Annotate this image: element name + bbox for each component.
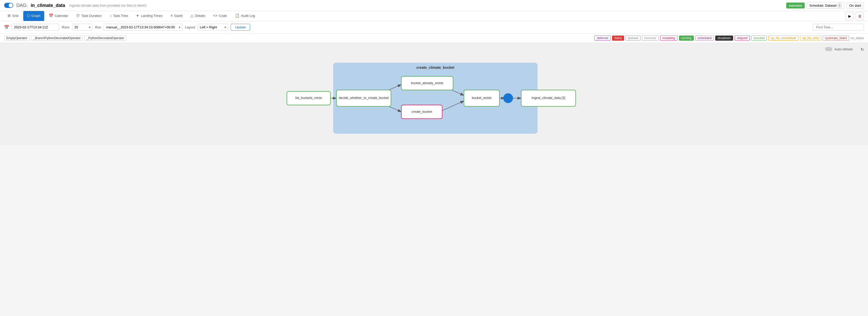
play-button[interactable]: ▶ (845, 12, 854, 20)
refresh-icon[interactable]: ↻ (861, 47, 864, 52)
run-label: Run (95, 25, 101, 29)
find-task-input[interactable] (813, 24, 864, 31)
toolbar: 📅 Runs 25 Run manual__2023-02-17T13:34:1… (0, 21, 868, 33)
node-ingest-climate-data-label: ingest_climate_data [2] (532, 96, 565, 100)
status-scheduled[interactable]: scheduled (695, 35, 714, 41)
grid-icon: ⊞ (8, 13, 11, 18)
header: DAG: in_climate_data Ingests climate dat… (0, 0, 868, 11)
tabs: ⊞ Grid ⬡ Graph 📅 Calendar ⏱ Task Duratio… (0, 11, 868, 21)
dag-toggle[interactable] (4, 3, 13, 8)
auto-refresh-control: Auto-refresh (825, 47, 853, 51)
operator-branch[interactable]: _BranchPythonDecoratedOperator (31, 35, 83, 41)
update-button[interactable]: Update (231, 24, 250, 31)
run-select[interactable]: manual__2023-02-17T13:34:10.608647+00:00 (104, 24, 182, 31)
status-deferred[interactable]: deferred (594, 35, 611, 41)
info-icon[interactable]: ℹ (838, 3, 842, 7)
tab-grid-label: Grid (12, 14, 19, 18)
dag-description: Ingests climate data from provided csv f… (69, 4, 147, 7)
details-icon: △ (191, 13, 193, 18)
tab-audit-log-label: Audit Log (241, 14, 255, 18)
status-queued[interactable]: queued (626, 35, 641, 41)
header-right: success Schedule: Dataset ℹ On start (786, 2, 864, 9)
status-badge: success (786, 3, 804, 8)
tab-audit-log[interactable]: 📋 Audit Log (231, 11, 258, 21)
group-label: create_climate_bucket (416, 65, 455, 69)
tab-task-tries[interactable]: ↕ Task Tries (106, 11, 132, 21)
status-removed[interactable]: removed (642, 35, 658, 41)
tab-code-label: Code (219, 14, 227, 18)
status-up-retry[interactable]: up_for_retry (800, 35, 821, 41)
status-shutdown[interactable]: shutdown (715, 35, 733, 41)
tab-gantt[interactable]: ≡ Gantt (167, 11, 186, 21)
tab-code[interactable]: <> Code (210, 11, 230, 21)
status-upstream-failed[interactable]: upstream_failed (823, 35, 849, 41)
task-duration-icon: ⏱ (76, 13, 80, 18)
runs-select-wrapper: 25 (72, 24, 92, 31)
status-restarting[interactable]: restarting (660, 35, 677, 41)
code-icon: <> (213, 13, 217, 18)
calendar-icon: 📅 (4, 25, 9, 30)
tab-details[interactable]: △ Details (187, 11, 209, 21)
graph-icon: ⬡ (27, 13, 30, 18)
node-join-circle (503, 93, 513, 103)
tab-grid[interactable]: ⊞ Grid (4, 11, 22, 21)
tab-gantt-label: Gantt (174, 14, 182, 18)
node-bucket-already-exists-label: bucket_already_exists (411, 81, 443, 85)
tab-calendar-label: Calendar (55, 14, 68, 18)
dag-graph: create_climate_bucket list_buckets_minio… (4, 57, 864, 140)
gantt-icon: ≡ (170, 13, 173, 18)
tab-calendar[interactable]: 📅 Calendar (45, 11, 72, 21)
status-skipped[interactable]: skipped (735, 35, 750, 41)
layout-label: Layout (185, 25, 195, 29)
node-decide-bucket-label: decide_whether_to_create_bucket (339, 96, 389, 100)
operator-empty[interactable]: EmptyOperator (4, 35, 29, 41)
tab-landing-times[interactable]: ✈ Landing Times (132, 11, 166, 21)
tabs-actions: ▶ 🗑 (845, 12, 864, 20)
layout-select-wrapper: Left > Right (197, 24, 228, 31)
dag-name: in_climate_data (31, 3, 65, 8)
audit-log-icon: 📋 (235, 13, 239, 18)
tab-graph[interactable]: ⬡ Graph (23, 11, 44, 21)
tab-landing-times-label: Landing Times (141, 14, 162, 18)
tab-task-duration[interactable]: ⏱ Task Duration (72, 11, 105, 21)
node-bucket-exists-label: bucket_exists (472, 96, 492, 100)
graph-area: Auto-refresh ↻ create_climate_bucket (0, 43, 868, 145)
status-up-reschedule[interactable]: up_for_reschedule (768, 35, 798, 41)
status-no-status[interactable]: no_status (850, 36, 864, 40)
tab-graph-label: Graph (31, 14, 41, 18)
tab-task-tries-label: Task Tries (113, 14, 128, 18)
status-running[interactable]: running (679, 35, 694, 41)
legend: EmptyOperator _BranchPythonDecoratedOper… (0, 33, 868, 43)
tab-task-duration-label: Task Duration (81, 14, 101, 18)
dag-label: DAG: (17, 3, 28, 8)
calendar-icon: 📅 (49, 13, 53, 18)
delete-button[interactable]: 🗑 (856, 12, 864, 20)
node-create-bucket-label: create_bucket (411, 110, 432, 114)
auto-refresh-toggle[interactable] (825, 47, 832, 51)
operator-python[interactable]: _PythonDecoratedOperator (84, 35, 126, 41)
runs-label: Runs (62, 25, 69, 29)
node-list-buckets-minio-label: list_buckets_minio (295, 96, 322, 100)
layout-select[interactable]: Left > Right (197, 24, 228, 31)
run-select-wrapper: manual__2023-02-17T13:34:10.608647+00:00 (104, 24, 182, 31)
status-failed[interactable]: failed (612, 35, 624, 41)
status-success[interactable]: success (751, 35, 767, 41)
task-tries-icon: ↕ (110, 13, 112, 18)
on-start-button[interactable]: On start (846, 2, 864, 9)
schedule-button[interactable]: Schedule: Dataset ℹ (807, 2, 844, 9)
runs-select[interactable]: 25 (72, 24, 92, 31)
landing-times-icon: ✈ (136, 13, 139, 18)
auto-refresh-label: Auto-refresh (834, 47, 853, 51)
date-input[interactable] (12, 24, 59, 31)
dag-svg: create_climate_bucket list_buckets_minio… (4, 57, 864, 139)
schedule-label: Schedule: Dataset (809, 4, 837, 7)
tab-details-label: Details (195, 14, 205, 18)
